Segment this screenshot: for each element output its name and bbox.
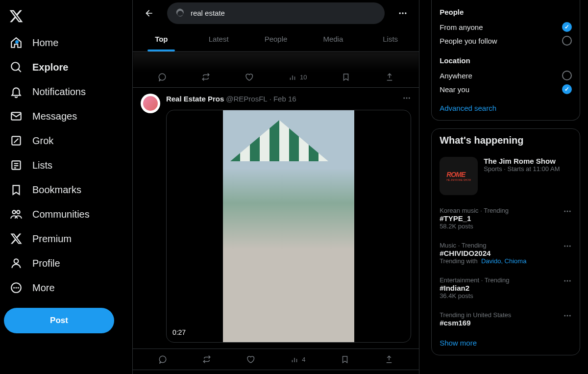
- search-header: [133, 0, 419, 26]
- filter-from-anyone[interactable]: From anyone: [440, 20, 572, 34]
- tweet-media-video[interactable]: 0:27: [166, 110, 411, 343]
- bookmark-button[interactable]: [341, 355, 349, 364]
- nav-notifications[interactable]: Notifications: [4, 79, 92, 104]
- tab-top-label: Top: [155, 35, 168, 43]
- trend-thumbnail: ROMEHE JIM ROME SHOW: [440, 157, 478, 195]
- tab-latest-label: Latest: [209, 35, 229, 43]
- nav-premium[interactable]: Premium: [4, 226, 77, 251]
- filter-people-you-follow[interactable]: People you follow: [440, 34, 572, 48]
- thumb-subtext: HE JIM ROME SHOW: [446, 178, 471, 181]
- filter-anywhere[interactable]: Anywhere: [440, 69, 572, 82]
- tab-latest[interactable]: Latest: [190, 26, 247, 51]
- tab-media[interactable]: Media: [304, 26, 362, 51]
- whats-happening-panel: What's happening ROMEHE JIM ROME SHOW Th…: [431, 128, 580, 355]
- tweet[interactable]: Real Estate Pros @REProsFL · Feb 16 0:27: [133, 88, 419, 349]
- filter-near-you[interactable]: Near you: [440, 82, 572, 96]
- trend-title: #TYPE_1: [440, 214, 572, 223]
- person-icon: [10, 257, 23, 270]
- show-more-link[interactable]: Show more: [440, 333, 572, 349]
- search-input[interactable]: [191, 9, 377, 17]
- trend-more-button[interactable]: [563, 311, 572, 322]
- tweet-more-button[interactable]: [402, 94, 411, 104]
- retweet-button[interactable]: [202, 355, 211, 364]
- tweet-author-name[interactable]: Real Estate Pros: [166, 95, 224, 103]
- tweet-author-handle[interactable]: @REProsFL: [226, 95, 267, 103]
- svg-point-40: [567, 315, 568, 317]
- trend-more-button[interactable]: [563, 242, 572, 252]
- svg-point-30: [564, 211, 565, 212]
- more-circle-icon: [10, 281, 23, 294]
- ellipsis-icon: [563, 207, 572, 216]
- advanced-search-link[interactable]: Advanced search: [440, 104, 572, 112]
- nav-profile-label: Profile: [32, 258, 60, 269]
- nav-home[interactable]: Home: [4, 30, 64, 55]
- heart-icon: [246, 355, 255, 364]
- trend-more-button[interactable]: [563, 207, 572, 217]
- like-button[interactable]: [245, 73, 253, 81]
- radio-unchecked-icon[interactable]: [562, 71, 572, 80]
- like-button[interactable]: [246, 355, 255, 364]
- nav-profile[interactable]: Profile: [4, 251, 66, 275]
- svg-point-9: [17, 210, 20, 214]
- nav-explore[interactable]: Explore: [4, 55, 74, 79]
- views-button[interactable]: 4: [290, 355, 305, 364]
- bookmark-button[interactable]: [342, 73, 350, 81]
- chart-icon: [288, 73, 297, 81]
- post-button[interactable]: Post: [4, 308, 114, 333]
- nav-communities[interactable]: Communities: [4, 202, 96, 226]
- svg-point-34: [567, 246, 568, 247]
- list-icon: [10, 159, 23, 172]
- avatar[interactable]: [141, 94, 160, 113]
- tab-top[interactable]: Top: [133, 26, 190, 51]
- svg-point-38: [569, 280, 571, 282]
- search-box[interactable]: [167, 2, 385, 24]
- trend-item[interactable]: ROMEHE JIM ROME SHOW The Jim Rome Show S…: [440, 151, 572, 201]
- radio-unchecked-icon[interactable]: [562, 36, 572, 46]
- ellipsis-icon: [563, 242, 572, 250]
- radio-checked-icon[interactable]: [562, 84, 572, 94]
- reply-button[interactable]: [158, 355, 167, 364]
- nav-more[interactable]: More: [4, 275, 61, 300]
- nav-notifications-label: Notifications: [32, 86, 86, 98]
- whats-happening-heading: What's happening: [440, 135, 572, 146]
- x-logo[interactable]: [4, 4, 28, 28]
- nav-lists[interactable]: Lists: [4, 153, 58, 177]
- communities-icon: [10, 208, 23, 221]
- trend-more-button[interactable]: [563, 276, 572, 287]
- retweet-button[interactable]: [201, 73, 210, 81]
- svg-point-39: [564, 315, 565, 317]
- svg-point-21: [403, 98, 405, 99]
- back-button[interactable]: [141, 5, 157, 22]
- nav-messages-label: Messages: [32, 111, 77, 122]
- trend-item[interactable]: Music · Trending #CHIVIDO2024 Trending w…: [440, 236, 572, 271]
- filter-location-heading: Location: [440, 56, 572, 65]
- primary-navigation: Home Explore Notifications Messages Grok…: [0, 0, 132, 374]
- ellipsis-icon: [398, 8, 408, 18]
- nav-bookmarks-label: Bookmarks: [32, 184, 81, 196]
- nav-messages[interactable]: Messages: [4, 104, 83, 128]
- filter-people-heading: People: [440, 8, 572, 16]
- trend-item[interactable]: Trending in United States #csm169: [440, 305, 572, 333]
- search-filters-panel: People From anyone People you follow Loc…: [431, 0, 580, 121]
- views-button[interactable]: 10: [288, 73, 307, 81]
- filter-label: Near you: [440, 85, 469, 94]
- share-button[interactable]: [385, 73, 394, 81]
- search-more-button[interactable]: [394, 5, 411, 22]
- reply-button[interactable]: [158, 73, 167, 81]
- thumb-text: ROME: [446, 171, 471, 178]
- radio-checked-icon[interactable]: [562, 22, 572, 32]
- tweet-date[interactable]: Feb 16: [273, 95, 296, 103]
- nav-bookmarks[interactable]: Bookmarks: [4, 177, 87, 202]
- tab-lists[interactable]: Lists: [362, 26, 419, 51]
- nav-communities-label: Communities: [32, 209, 90, 220]
- tweet[interactable]: Cesar Uceda @cesaruceda_ · Aug 23, 2023 …: [133, 370, 419, 374]
- svg-point-10: [14, 259, 19, 263]
- filter-label: From anyone: [440, 23, 483, 31]
- share-button[interactable]: [385, 355, 393, 364]
- trend-with-links[interactable]: Davido, Chioma: [481, 257, 527, 265]
- bookmark-icon: [10, 183, 23, 196]
- nav-grok[interactable]: Grok: [4, 128, 59, 153]
- tab-people[interactable]: People: [247, 26, 305, 51]
- trend-item[interactable]: Korean music · Trending #TYPE_1 58.2K po…: [440, 201, 572, 236]
- trend-item[interactable]: Entertainment · Trending #Indian2 36.4K …: [440, 271, 572, 305]
